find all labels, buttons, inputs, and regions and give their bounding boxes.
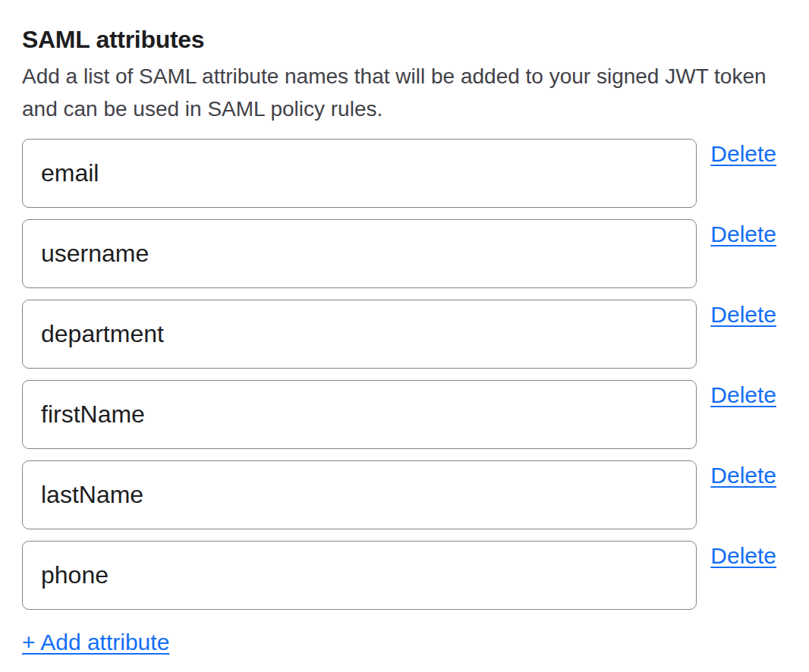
delete-link[interactable]: Delete [710,301,776,328]
saml-attribute-row: Delete [22,300,776,369]
saml-attribute-input[interactable] [22,541,697,610]
saml-attribute-row: Delete [22,219,776,288]
saml-attribute-input[interactable] [22,139,697,208]
saml-attribute-row: Delete [22,541,776,610]
saml-attribute-row: Delete [22,139,776,208]
saml-attribute-row: Delete [22,380,776,449]
saml-attribute-input[interactable] [22,380,697,449]
delete-link[interactable]: Delete [710,140,776,168]
delete-link[interactable]: Delete [710,221,776,248]
section-title: SAML attributes [22,24,776,55]
delete-link[interactable]: Delete [710,462,776,489]
saml-attributes-section: SAML attributes Add a list of SAML attri… [0,0,809,656]
section-description: Add a list of SAML attribute names that … [22,60,773,125]
delete-link[interactable]: Delete [710,542,776,570]
saml-attribute-input[interactable] [22,460,697,529]
saml-attribute-row: Delete [22,460,776,529]
saml-attribute-input[interactable] [22,219,697,288]
saml-attribute-input[interactable] [22,300,697,369]
add-attribute-link[interactable]: + Add attribute [22,629,169,656]
delete-link[interactable]: Delete [710,382,776,409]
